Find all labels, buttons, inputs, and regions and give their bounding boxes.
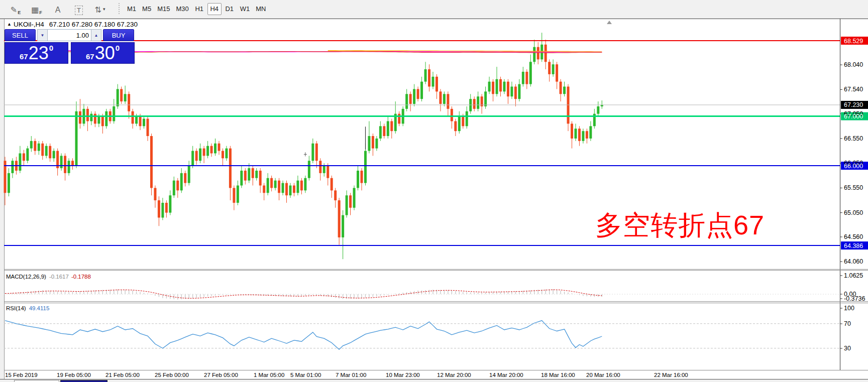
chart-title: ▲UKOil-,H467.210 67.280 67.180 67.230 xyxy=(7,21,138,28)
svg-text:18 Mar 16:00: 18 Mar 16:00 xyxy=(541,372,575,378)
timeframe-d1-button[interactable]: D1 xyxy=(223,3,237,15)
svg-text:30: 30 xyxy=(844,345,851,352)
svg-text:70: 70 xyxy=(844,320,851,327)
timeframe-h1-button[interactable]: H1 xyxy=(192,3,206,15)
macd-pane[interactable] xyxy=(4,276,842,300)
volume-input[interactable] xyxy=(48,29,91,41)
volume-stepper: ▼ ▲ xyxy=(37,29,101,41)
svg-text:12 Mar 20:00: 12 Mar 20:00 xyxy=(437,372,471,378)
svg-text:66.000: 66.000 xyxy=(844,163,863,170)
drawing-tools-group: ✎E▦FAT⇅▾ xyxy=(0,2,111,17)
timeframe-m5-button[interactable]: M5 xyxy=(140,3,154,15)
price-axis[interactable] xyxy=(840,37,868,262)
svg-text:68.529: 68.529 xyxy=(844,38,863,45)
chart-window: 68.04067.54067.05066.55066.05065.55065.0… xyxy=(0,19,868,379)
main-toolbar: ✎E▦FAT⇅▾ M1M5M15M30H1H4D1W1MN xyxy=(0,0,868,19)
candles-layer xyxy=(4,33,603,259)
toolbar-separator xyxy=(118,3,120,15)
sell-price-display[interactable]: 67230 xyxy=(5,42,68,64)
svg-text:67.230: 67.230 xyxy=(844,101,863,108)
svg-text:7 Mar 01:00: 7 Mar 01:00 xyxy=(336,372,366,378)
annotation-text: 多空转折点67 xyxy=(595,211,765,238)
svg-text:64.386: 64.386 xyxy=(844,242,863,249)
svg-text:65.050: 65.050 xyxy=(844,209,863,216)
svg-text:27 Feb 05:00: 27 Feb 05:00 xyxy=(204,372,238,378)
chart-tab[interactable] xyxy=(14,380,59,382)
grid-f-icon[interactable]: ▦F xyxy=(27,2,46,16)
svg-text:66.550: 66.550 xyxy=(844,135,863,142)
buy-price-display[interactable]: 67300 xyxy=(71,42,135,64)
svg-text:5 Mar 01:00: 5 Mar 01:00 xyxy=(290,372,321,378)
timeframe-w1-button[interactable]: W1 xyxy=(238,3,253,15)
sell-button[interactable]: SELL xyxy=(5,29,36,41)
svg-text:64.060: 64.060 xyxy=(844,258,863,265)
timeframe-m1-button[interactable]: M1 xyxy=(125,3,139,15)
svg-text:1.0625: 1.0625 xyxy=(844,272,863,279)
timeframe-group: M1M5M15M30H1H4D1W1MN xyxy=(124,3,269,15)
collapse-arrow-icon[interactable]: ▲ xyxy=(7,22,12,27)
chart-tabs-strip xyxy=(0,379,868,382)
svg-text:10 Mar 23:00: 10 Mar 23:00 xyxy=(386,372,420,378)
symbol-label: UKOil-,H4 xyxy=(14,21,44,28)
one-click-trading-panel: SELL ▼ ▲ BUY 67230 67300 xyxy=(5,29,135,64)
svg-text:1 Mar 05:00: 1 Mar 05:00 xyxy=(254,372,284,378)
textbox-t-icon[interactable]: T xyxy=(69,3,88,17)
svg-text:21 Feb 05:00: 21 Feb 05:00 xyxy=(105,372,140,378)
svg-text:67.540: 67.540 xyxy=(844,86,863,93)
svg-text:100: 100 xyxy=(844,305,854,312)
ohlc-values: 67.210 67.280 67.180 67.230 xyxy=(49,21,138,28)
chart-shift-marker-icon xyxy=(607,21,612,24)
cross-marker xyxy=(304,152,307,156)
svg-text:64.560: 64.560 xyxy=(844,233,863,240)
svg-text:65.550: 65.550 xyxy=(844,184,863,191)
rsi-pane[interactable] xyxy=(4,308,842,349)
svg-text:67.000: 67.000 xyxy=(844,113,863,120)
chart-tab-active[interactable] xyxy=(60,380,107,382)
svg-text:25 Feb 00:00: 25 Feb 00:00 xyxy=(155,372,189,378)
svg-text:20 Mar 16:00: 20 Mar 16:00 xyxy=(586,372,620,378)
rsi-indicator-label: RSI(14)49.4115 xyxy=(6,305,49,311)
svg-text:14 Mar 20:00: 14 Mar 20:00 xyxy=(489,372,523,378)
timeframe-h4-button[interactable]: H4 xyxy=(207,3,222,15)
volume-increase-button[interactable]: ▲ xyxy=(91,29,101,41)
cycle-arrows-icon[interactable]: ⇅▾ xyxy=(90,2,110,16)
svg-text:19 Feb 05:00: 19 Feb 05:00 xyxy=(57,372,91,378)
text-a-icon[interactable]: A xyxy=(48,2,67,16)
chart-canvas[interactable]: 68.04067.54067.05066.55066.05065.55065.0… xyxy=(0,19,868,379)
macd-indicator-label: MACD(12,26,9)-0.1617-0.1788 xyxy=(6,274,91,280)
timeframe-m15-button[interactable]: M15 xyxy=(155,3,172,15)
svg-text:22 Mar 16:00: 22 Mar 16:00 xyxy=(654,372,688,378)
buy-button[interactable]: BUY xyxy=(103,29,134,41)
timeframe-mn-button[interactable]: MN xyxy=(253,3,268,15)
svg-text:68.040: 68.040 xyxy=(844,61,863,68)
pencil-e-icon[interactable]: ✎E xyxy=(6,2,25,16)
svg-text:15 Feb 2019: 15 Feb 2019 xyxy=(5,372,38,378)
svg-text:-0.3736: -0.3736 xyxy=(844,295,865,302)
volume-decrease-button[interactable]: ▼ xyxy=(37,29,48,41)
timeframe-m30-button[interactable]: M30 xyxy=(173,3,191,15)
